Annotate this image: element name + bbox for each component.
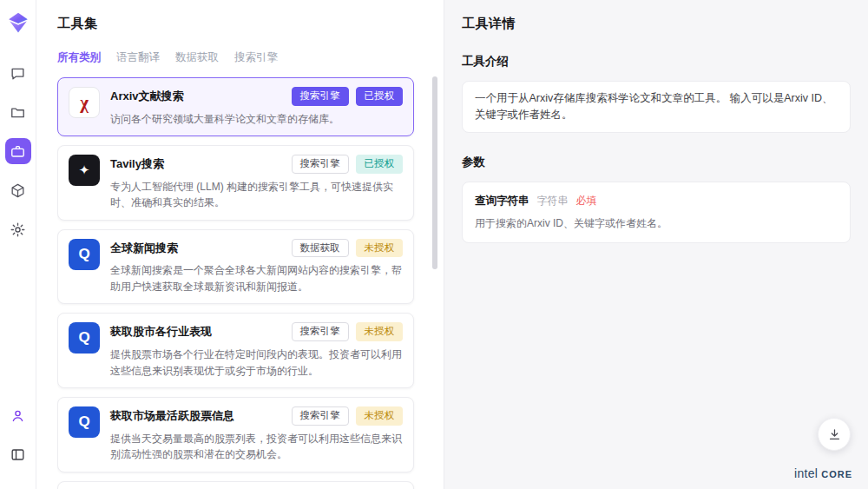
tool-detail-panel: 工具详情 工具介绍 一个用于从Arxiv存储库搜索科学论文和文章的工具。 输入可… — [444, 0, 868, 489]
package-icon — [10, 182, 26, 199]
tool-card[interactable]: 万维地区新闻查询 搜索引擎 未授权 查询具体行政区划内的新闻，快速了解各地新闻动 — [57, 481, 414, 489]
scrollbar-track — [432, 76, 437, 482]
tool-card[interactable]: ✦ Tavily搜索 搜索引擎 已授权 专为人工智能代理 (LLM) 构建的搜索… — [57, 145, 414, 221]
tool-list: χ Arxiv文献搜索 搜索引擎 已授权 访问各个研究领域大量科学论文和文章的存… — [57, 77, 444, 489]
qlogo-icon: Q — [69, 239, 100, 270]
briefcase-icon — [10, 143, 26, 160]
tool-name: 全球新闻搜索 — [110, 239, 178, 256]
params-heading: 参数 — [462, 155, 851, 170]
arxiv-icon: χ — [69, 87, 100, 118]
tab-search[interactable]: 搜索引擎 — [234, 50, 278, 65]
download-icon — [827, 427, 842, 442]
core-brand-text: CORE — [821, 469, 852, 479]
qlogo-icon: Q — [69, 406, 100, 438]
tool-description: 全球新闻搜索是一个聚合全球各大新闻网站内容的搜索引擎，帮助用户快速获取全球最新资… — [110, 262, 403, 294]
icon-sidebar — [0, 0, 36, 489]
tool-category-badge: 搜索引擎 — [292, 322, 349, 341]
intel-core-badge: intel CORE — [794, 466, 852, 480]
tool-category-badge: 搜索引擎 — [292, 155, 349, 174]
tool-description: 访问各个研究领域大量科学论文和文章的存储库。 — [110, 111, 403, 128]
detail-title: 工具详情 — [462, 16, 851, 32]
param-required-badge: 必填 — [576, 194, 597, 208]
tool-category-badge: 搜索引擎 — [292, 406, 349, 426]
intro-heading: 工具介绍 — [462, 54, 851, 69]
sidebar-item-packages[interactable] — [5, 177, 31, 203]
tavily-icon: ✦ — [69, 155, 100, 186]
qlogo-icon: Q — [69, 322, 100, 354]
sidebar-item-settings[interactable] — [5, 216, 31, 242]
app-window: 工具集 所有类别语言翻译数据获取搜索引擎 χ Arxiv文献搜索 搜索引擎 已授… — [0, 0, 868, 489]
tab-translate[interactable]: 语言翻译 — [116, 50, 160, 65]
param-card: 查询字符串 字符串 必填 用于搜索的Arxiv ID、关键字或作者姓名。 — [462, 182, 851, 243]
chat-icon — [10, 65, 26, 82]
sidebar-item-account[interactable] — [5, 402, 31, 428]
param-name: 查询字符串 — [475, 194, 529, 208]
param-type: 字符串 — [537, 194, 569, 208]
sidebar-item-chat[interactable] — [5, 60, 31, 86]
tool-name: 获取市场最活跃股票信息 — [110, 406, 234, 424]
tool-auth-badge[interactable]: 未授权 — [356, 322, 404, 341]
sidebar-item-tools[interactable] — [5, 138, 31, 164]
app-logo-icon — [7, 11, 30, 34]
tool-auth-badge[interactable]: 已授权 — [356, 155, 404, 174]
tool-name: Arxiv文献搜索 — [110, 87, 184, 104]
category-tabs: 所有类别语言翻译数据获取搜索引擎 — [57, 50, 444, 65]
tool-list-panel: 工具集 所有类别语言翻译数据获取搜索引擎 χ Arxiv文献搜索 搜索引擎 已授… — [36, 0, 444, 489]
tool-category-badge: 搜索引擎 — [292, 87, 349, 106]
tool-description: 专为人工智能代理 (LLM) 构建的搜索引擎工具，可快速提供实时、准确和真实的结… — [110, 179, 403, 211]
tab-all[interactable]: 所有类别 — [57, 50, 101, 65]
intel-brand-text: intel — [794, 466, 818, 480]
tool-description: 提供当天交易量最高的股票列表，投资者可以利用这些信息来识别流动性强的股票和潜在的… — [110, 431, 403, 463]
tool-description: 提供股票市场各个行业在特定时间段内的表现。投资者可以利用这些信息来识别表现优于或… — [110, 347, 403, 379]
sidebar-toggle-icon — [10, 446, 26, 463]
settings-gear-icon — [10, 221, 26, 238]
tool-card[interactable]: Q 获取市场最活跃股票信息 搜索引擎 未授权 提供当天交易量最高的股票列表，投资… — [57, 397, 414, 472]
tool-card[interactable]: χ Arxiv文献搜索 搜索引擎 已授权 访问各个研究领域大量科学论文和文章的存… — [57, 77, 414, 136]
tool-category-badge: 数据获取 — [292, 239, 349, 258]
user-icon — [10, 407, 26, 424]
sidebar-item-files[interactable] — [5, 99, 31, 125]
sidebar-toggle-button[interactable] — [5, 441, 31, 467]
tool-name: Tavily搜索 — [110, 155, 164, 172]
tool-auth-badge[interactable]: 未授权 — [356, 239, 404, 258]
scrollbar-thumb[interactable] — [432, 76, 437, 269]
tool-auth-badge[interactable]: 未授权 — [356, 406, 404, 426]
tool-card[interactable]: Q 获取股市各行业表现 搜索引擎 未授权 提供股票市场各个行业在特定时间段内的表… — [57, 313, 414, 388]
download-button[interactable] — [818, 418, 851, 451]
page-title: 工具集 — [57, 16, 444, 32]
tool-auth-badge[interactable]: 已授权 — [356, 87, 404, 106]
tab-data[interactable]: 数据获取 — [175, 50, 219, 65]
intro-card: 一个用于从Arxiv存储库搜索科学论文和文章的工具。 输入可以是Arxiv ID… — [462, 81, 851, 133]
tool-card[interactable]: Q 全球新闻搜索 数据获取 未授权 全球新闻搜索是一个聚合全球各大新闻网站内容的… — [57, 229, 414, 305]
tool-name: 获取股市各行业表现 — [110, 322, 212, 340]
intro-text: 一个用于从Arxiv存储库搜索科学论文和文章的工具。 输入可以是Arxiv ID… — [475, 92, 833, 121]
folder-icon — [10, 104, 26, 121]
param-description: 用于搜索的Arxiv ID、关键字或作者姓名。 — [475, 216, 838, 231]
